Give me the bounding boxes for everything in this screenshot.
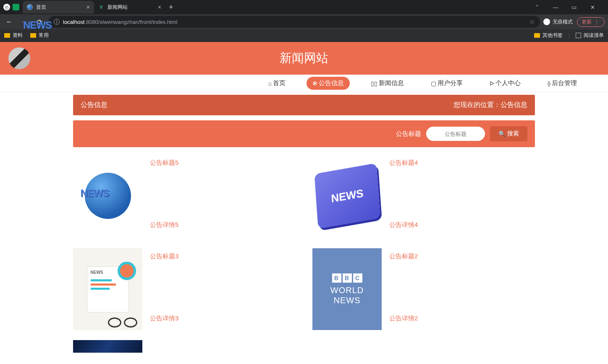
- nav-label: 个人中心: [495, 79, 521, 87]
- search-input[interactable]: [426, 127, 485, 141]
- incognito-indicator[interactable]: 无痕模式: [543, 18, 573, 26]
- news-key-icon: NEWS: [314, 163, 380, 228]
- folder-icon: [30, 33, 36, 38]
- chevron-down-icon[interactable]: ˅: [532, 4, 542, 10]
- thumbnail: [73, 248, 142, 330]
- card-detail[interactable]: 公告详情2: [389, 315, 418, 322]
- back-button[interactable]: ←: [3, 16, 15, 28]
- close-icon[interactable]: ×: [86, 4, 90, 10]
- nav-label: 新闻信息: [379, 79, 404, 87]
- nav-home[interactable]: ⌂ 首页: [262, 77, 291, 90]
- bookmark-star-icon[interactable]: ☆: [529, 18, 535, 25]
- bookmark-label: 常用: [39, 32, 49, 39]
- news-icon: ▯▯: [371, 80, 377, 87]
- maximize-icon[interactable]: ▭: [569, 4, 579, 10]
- tab-title: 首页: [36, 4, 83, 11]
- announcement-card[interactable]: [73, 340, 296, 353]
- reading-list[interactable]: 阅读清单: [576, 32, 604, 39]
- thumbnail: NEWS: [312, 155, 382, 237]
- url-path: :8080/xiwenwangzhan/front/index.html: [84, 19, 177, 25]
- card-title[interactable]: 公告标题4: [389, 159, 418, 167]
- avatar[interactable]: [8, 47, 30, 69]
- tab-news-site[interactable]: V 新闻网站 ×: [94, 1, 165, 13]
- search-button-label: 搜索: [507, 130, 519, 138]
- nav-admin[interactable]: ⟠ 后台管理: [542, 77, 583, 90]
- update-label: 更新: [582, 18, 592, 26]
- announcement-grid: 公告标题5 公告详情5 NEWS 公告标题4 公告详情4: [73, 155, 535, 353]
- browser-chrome: ◴ 首页 × V 新闻网站 × + ˅ — ▭ ✕ ← → ⟳ i localh…: [0, 0, 608, 42]
- site-header: 新闻网站: [0, 42, 608, 75]
- content: 公告信息 您现在的位置：公告信息 公告标题 🔍 搜索 公告标题5 公告详情5: [73, 95, 535, 353]
- globe-icon: ◴: [3, 4, 10, 10]
- nav-news[interactable]: ▯▯ 新闻信息: [365, 77, 410, 90]
- info-icon[interactable]: i: [54, 19, 60, 25]
- section-title: 公告信息: [81, 101, 107, 109]
- home-icon: ⌂: [268, 80, 272, 87]
- new-tab-button[interactable]: +: [165, 3, 177, 12]
- person-icon: ᐅ: [490, 80, 494, 87]
- favicon-vue-icon: V: [98, 4, 104, 10]
- search-button[interactable]: 🔍 搜索: [490, 126, 527, 141]
- incognito-icon: [543, 18, 550, 25]
- card-title[interactable]: 公告标题5: [150, 159, 178, 167]
- nav-label: 用户分享: [438, 79, 463, 87]
- nav-label: 首页: [273, 79, 286, 87]
- announcement-icon: ✻: [312, 80, 317, 87]
- nav-share[interactable]: ▢ 用户分享: [425, 77, 469, 90]
- site-nav: ⌂ 首页 ✻ 公告信息 ▯▯ 新闻信息 ▢ 用户分享 ᐅ 个人中心 ⟠ 后台管理: [0, 75, 608, 92]
- window-controls: ˅ — ▭ ✕: [525, 4, 605, 10]
- card-detail[interactable]: 公告详情5: [150, 221, 178, 229]
- thumbnail: [73, 340, 142, 353]
- tab-home[interactable]: 首页 ×: [23, 1, 94, 13]
- search-bar: 公告标题 🔍 搜索: [73, 120, 535, 147]
- thumbnail: [73, 155, 142, 237]
- nav-announce[interactable]: ✻ 公告信息: [307, 77, 350, 90]
- breadcrumb: 公告信息 您现在的位置：公告信息: [73, 95, 535, 115]
- folder-icon: [534, 33, 540, 38]
- card-detail[interactable]: 公告详情3: [150, 315, 178, 322]
- nav-profile[interactable]: ᐅ 个人中心: [484, 77, 527, 90]
- nav-label: 公告信息: [319, 79, 344, 87]
- bookmarks-bar: 资料 常用 其他书签 | 阅读清单: [0, 29, 608, 42]
- bookmark-folder-common[interactable]: 常用: [30, 32, 49, 39]
- incognito-label: 无痕模式: [553, 18, 573, 26]
- sys-icons: ◴: [3, 4, 23, 10]
- search-label: 公告标题: [396, 130, 421, 138]
- close-icon[interactable]: ×: [158, 4, 161, 10]
- url-host: localhost: [63, 19, 84, 25]
- close-window-icon[interactable]: ✕: [587, 4, 598, 10]
- search-icon: 🔍: [498, 130, 506, 137]
- announcement-card[interactable]: 公告标题3 公告详情3: [73, 248, 296, 330]
- card-detail[interactable]: 公告详情4: [389, 221, 418, 229]
- newspaper-icon: [87, 266, 129, 312]
- card-title[interactable]: 公告标题3: [150, 252, 178, 260]
- folder-icon: [4, 33, 10, 38]
- bookmark-folder-materials[interactable]: 资料: [4, 32, 23, 39]
- announcement-card[interactable]: BBC WORLDNEWS 公告标题2 公告详情2: [312, 248, 535, 330]
- address-bar[interactable]: i localhost:8080/xiwenwangzhan/front/ind…: [49, 16, 540, 28]
- bookmark-label: 其他书签: [542, 32, 563, 39]
- update-button[interactable]: 更新 ⋮: [577, 17, 605, 27]
- location-text: 您现在的位置：公告信息: [453, 101, 527, 109]
- reading-list-label: 阅读清单: [584, 32, 604, 39]
- tab-strip: ◴ 首页 × V 新闻网站 × + ˅ — ▭ ✕: [0, 0, 608, 14]
- bookmark-label: 资料: [13, 32, 23, 39]
- other-bookmarks[interactable]: 其他书签: [534, 32, 563, 39]
- minimize-icon[interactable]: —: [550, 4, 561, 10]
- announcement-card[interactable]: 公告标题5 公告详情5: [73, 155, 296, 237]
- list-icon: [576, 33, 581, 38]
- address-row: ← → ⟳ i localhost:8080/xiwenwangzhan/fro…: [0, 14, 608, 29]
- nav-label: 后台管理: [552, 79, 577, 87]
- news-globe-icon: [85, 173, 131, 219]
- bbc-logo-icon: BBC: [332, 273, 362, 283]
- page-title: 新闻网站: [280, 50, 328, 67]
- page-viewport[interactable]: 新闻网站 ⌂ 首页 ✻ 公告信息 ▯▯ 新闻信息 ▢ 用户分享 ᐅ 个人中心 ⟠…: [0, 42, 608, 364]
- app-icon: [13, 4, 19, 10]
- card-title[interactable]: 公告标题2: [389, 252, 418, 260]
- menu-dots-icon[interactable]: ⋮: [594, 19, 598, 25]
- tab-title: 新闻网站: [107, 4, 155, 11]
- link-icon: ⟠: [548, 80, 550, 87]
- bbc-text: WORLDNEWS: [330, 285, 364, 305]
- announcement-card[interactable]: NEWS 公告标题4 公告详情4: [312, 155, 535, 237]
- url-text: localhost:8080/xiwenwangzhan/front/index…: [63, 19, 177, 25]
